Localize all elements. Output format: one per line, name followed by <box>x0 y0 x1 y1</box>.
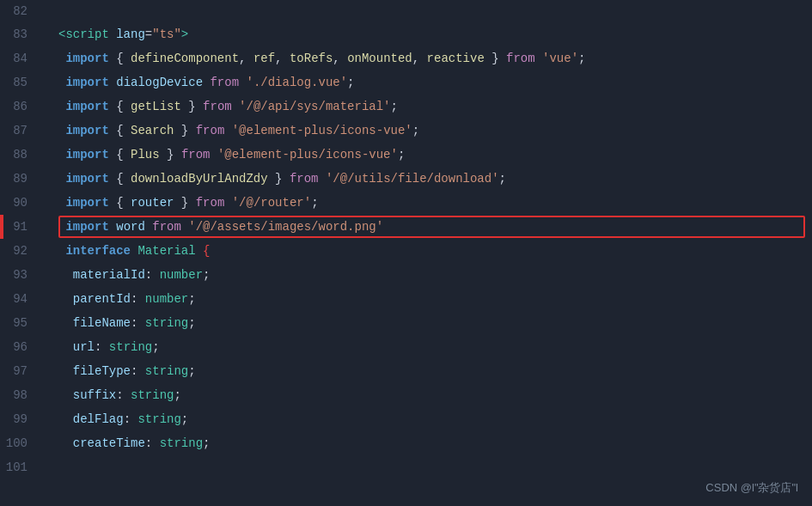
token-str: './dialog.vue' <box>246 76 347 89</box>
token-type: string <box>137 412 180 426</box>
token-prop: url <box>73 340 95 354</box>
line-number: 99 <box>0 412 41 426</box>
line-content: createTime: string; <box>41 432 812 454</box>
line-content: interface Material { <box>41 240 812 262</box>
token-plain <box>109 27 116 41</box>
token-bracket-red: { <box>203 244 210 258</box>
code-line: 98 suffix: string; <box>0 383 812 407</box>
code-line: 83<script lang="ts"> <box>0 22 812 46</box>
line-content: delFlag: string; <box>41 408 812 430</box>
token-prop: createTime <box>73 436 145 450</box>
token-from-kw: from <box>290 172 319 186</box>
line-content: import { Search } from '@element-plus/ic… <box>41 119 812 142</box>
line-content: import { downloadByUrlAndZdy } from '/@/… <box>41 168 812 190</box>
token-plain <box>224 124 231 137</box>
token-attr: lang <box>116 27 145 41</box>
line-number: 92 <box>0 244 41 258</box>
token-plain: } <box>174 124 195 137</box>
token-str: '/@/router' <box>232 196 311 210</box>
token-plain: : <box>145 268 160 282</box>
token-kw: import <box>65 148 108 162</box>
token-plain <box>145 220 152 234</box>
token-plain: = <box>145 27 152 41</box>
token-plain <box>232 100 239 113</box>
token-from-kw: from <box>203 100 232 113</box>
code-line: 96 url: string; <box>0 335 812 359</box>
line-number: 89 <box>0 172 41 186</box>
code-line: 85 import dialogDevice from './dialog.vu… <box>0 70 812 94</box>
token-fn: reactive <box>427 52 485 65</box>
token-kw: import <box>65 76 108 89</box>
token-plain <box>224 196 231 210</box>
token-kw: import <box>65 100 108 113</box>
line-content: import { Plus } from '@element-plus/icon… <box>41 143 812 166</box>
watermark: CSDN @l"杂货店"l <box>705 480 798 496</box>
token-plain: } <box>160 148 181 162</box>
token-type: Material <box>137 244 195 258</box>
token-str: "ts" <box>152 27 181 41</box>
token-plain: { <box>109 148 131 162</box>
token-type: number <box>160 268 203 282</box>
token-plain <box>319 172 326 186</box>
token-fn: getList <box>131 100 181 113</box>
token-str: '/@/utils/file/download' <box>326 172 499 186</box>
token-plain: ; <box>398 148 405 162</box>
token-type: string <box>145 364 188 378</box>
code-line: 101 <box>0 455 812 479</box>
token-plain: : <box>131 316 145 330</box>
token-str: '@element-plus/icons-vue' <box>232 124 412 137</box>
token-plain: ; <box>311 196 318 210</box>
token-from-kw: from <box>196 196 225 210</box>
code-line: 86 import { getList } from '/@/api/sys/m… <box>0 94 812 119</box>
code-line: 88 import { Plus } from '@element-plus/i… <box>0 143 812 167</box>
token-plain: : <box>116 388 131 402</box>
token-plain: } <box>268 172 290 186</box>
code-line: 84 import { defineComponent, ref, toRefs… <box>0 46 812 70</box>
token-str: '/@/assets/images/word.png' <box>188 220 383 234</box>
token-from-kw: from <box>196 124 225 137</box>
line-number: 85 <box>0 76 41 89</box>
code-line: 97 fileType: string; <box>0 359 812 383</box>
token-plain: { <box>109 172 131 186</box>
token-kw: interface <box>65 244 131 258</box>
line-content: materialId: number; <box>41 264 812 286</box>
line-content: <script lang="ts"> <box>41 23 812 46</box>
line-content: import word from '/@/assets/images/word.… <box>41 216 812 238</box>
line-number: 96 <box>0 340 41 354</box>
token-plain: ; <box>188 316 195 330</box>
line-content: suffix: string; <box>41 384 812 406</box>
token-plain: ; <box>181 412 188 426</box>
line-number: 94 <box>0 292 41 306</box>
token-plain: { <box>109 124 131 137</box>
token-fn: ref <box>253 52 275 65</box>
token-tag: <script <box>58 27 109 41</box>
line-number: 101 <box>0 460 41 474</box>
token-kw: import <box>65 196 108 210</box>
token-plain: , <box>333 52 347 65</box>
line-content: fileName: string; <box>41 312 812 334</box>
token-type: string <box>160 436 203 450</box>
token-type: string <box>131 388 174 402</box>
token-type: number <box>145 292 188 306</box>
token-prop: fileType <box>73 364 131 378</box>
line-number: 97 <box>0 364 41 378</box>
token-plain: : <box>131 292 145 306</box>
code-line: 100 createTime: string; <box>0 431 812 455</box>
line-content: fileType: string; <box>41 360 812 382</box>
line-content: import { router } from '/@/router'; <box>41 192 812 214</box>
token-plain: ; <box>412 124 419 137</box>
token-plain: { <box>109 100 131 113</box>
token-tag: > <box>181 27 188 41</box>
token-plain: ; <box>499 172 506 186</box>
token-plain: : <box>131 364 145 378</box>
token-plain: ; <box>188 292 195 306</box>
token-plain: } <box>174 196 195 210</box>
token-plain: { <box>109 196 131 210</box>
code-editor: 8283<script lang="ts">84 import { define… <box>0 0 812 506</box>
line-number: 90 <box>0 196 41 210</box>
token-fn: downloadByUrlAndZdy <box>131 172 268 186</box>
line-content: import { defineComponent, ref, toRefs, o… <box>41 47 812 70</box>
token-plain: ; <box>203 436 210 450</box>
token-plain: { <box>109 52 131 65</box>
token-prop: delFlag <box>73 412 124 426</box>
